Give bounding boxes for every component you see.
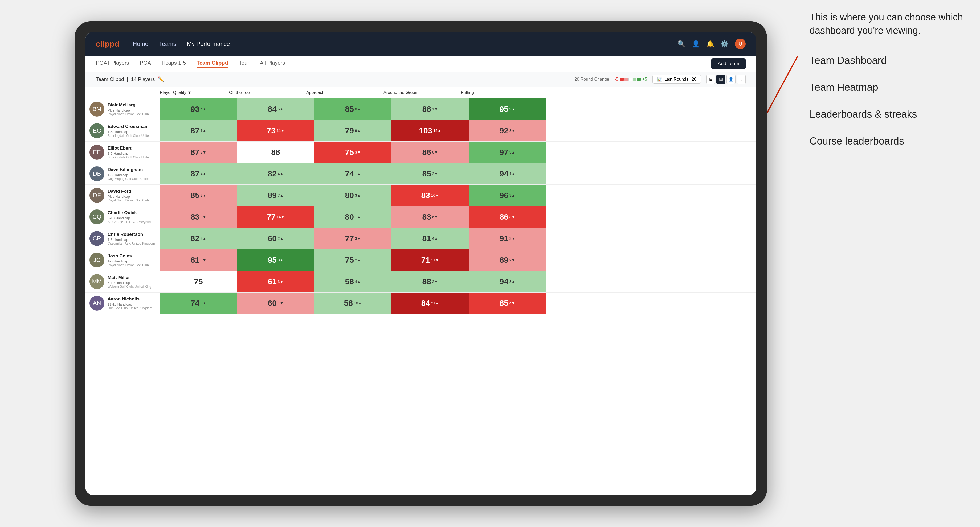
team-title: Team Clippd | 14 Players ✏️ [96,76,575,82]
stat-value: 85 [422,169,431,178]
stat-value: 92 [499,126,508,135]
arrow-up-icon [512,107,515,111]
player-handicap: 6-10 Handicap [108,281,156,285]
col-header-tee: Off the Tee — [229,90,306,95]
nav-link-home[interactable]: Home [133,40,148,48]
stat-change: 3 [278,279,284,284]
player-info[interactable]: DBDave Billingham1-5 HandicapGog Magog G… [85,163,160,184]
sub-nav-link-tour[interactable]: Tour [239,60,249,68]
arrow-up-icon [203,237,206,241]
player-details: Dave Billingham1-5 HandicapGog Magog Gol… [108,167,156,181]
sub-nav-link-pga[interactable]: PGA [140,60,151,68]
download-button[interactable]: ↓ [737,75,746,84]
player-rows-container: BMBlair McHargPlus HandicapRoyal North D… [85,98,756,314]
table-view-button[interactable]: ▦ [716,75,725,84]
arrow-up-icon [435,301,439,305]
nav-link-my-performance[interactable]: My Performance [187,40,230,48]
stat-change: 1 [278,301,284,305]
sub-nav-link-hcaps-1-5[interactable]: Hcaps 1-5 [162,60,186,68]
last-rounds-button[interactable]: 📊 Last Rounds: 20 [652,75,701,84]
stat-cells: 74860158108421854 [160,292,756,314]
stat-cell: 613 [237,271,314,292]
person-view-button[interactable]: 👤 [727,75,735,84]
stat-value: 97 [499,148,508,157]
player-handicap: 1-5 Handicap [108,238,156,242]
col-header-player: Player Quality ▼ [160,90,213,95]
annotation-area: This is where you can choose which dashb… [810,11,964,161]
user-avatar[interactable]: U [735,39,746,49]
arrow-up-icon [358,301,362,305]
player-club: Craigmillar Park, United Kingdom [108,242,156,245]
stat-change: 3 [509,237,515,241]
add-team-button[interactable]: Add Team [711,58,746,69]
stat-value: 74 [345,169,354,178]
stat-value: 60 [268,234,277,243]
stat-change: 4 [509,301,515,305]
arrow-up-icon [203,301,206,305]
stat-cell: 753 [314,141,391,163]
annotation-list: Team DashboardTeam HeatmapLeaderboards &… [810,54,964,149]
col-headers: Player Quality ▼ Off the Tee — Approach … [85,87,756,98]
sub-nav-link-team-clippd[interactable]: Team Clippd [197,60,228,68]
sub-nav-link-all-players[interactable]: All Players [260,60,285,68]
stat-value: 85 [190,191,199,200]
table-row: BMBlair McHargPlus HandicapRoyal North D… [85,98,756,120]
stat-cell: 975 [469,141,546,163]
nav-link-teams[interactable]: Teams [159,40,176,48]
grid-view-button[interactable]: ⊞ [706,75,715,84]
table-row: JCJosh Coles1-5 HandicapRoyal North Devo… [85,249,756,271]
stat-change: 3 [355,237,361,241]
arrow-up-icon [280,193,284,197]
stat-change: 6 [432,150,438,154]
player-info[interactable]: ANAaron Nicholls11-15 HandicapDrift Golf… [85,292,160,314]
settings-icon[interactable]: ⚙️ [721,40,729,48]
stat-change: 3 [200,150,206,154]
stat-cell: 801 [314,206,391,227]
stat-cell: 958 [237,249,314,271]
player-name: David Ford [108,189,156,194]
player-name: Aaron Nicholls [108,297,156,302]
player-info[interactable]: BMBlair McHargPlus HandicapRoyal North D… [85,98,160,120]
table-row: CQCharlie Quick6-10 HandicapSt. George's… [85,206,756,228]
stat-value: 77 [267,213,275,221]
tablet-frame: clippd HomeTeamsMy Performance 🔍 👤 🔔 ⚙️ … [75,21,767,506]
team-controls: 20 Round Change -5 +5 📊 Last Rounds: [575,75,746,84]
user-icon[interactable]: 👤 [692,40,700,48]
stat-change: 6 [278,107,284,111]
stat-change: 8 [509,215,515,219]
player-info[interactable]: CQCharlie Quick6-10 HandicapSt. George's… [85,206,160,227]
stat-cell: 866 [391,141,469,163]
stat-change: 4 [432,237,438,241]
arrow-down-icon [512,215,515,219]
arrow-down-icon [280,301,284,305]
stat-change: 3 [200,237,206,241]
stat-cell: 8310 [391,185,469,206]
stat-value: 71 [421,256,430,265]
stat-cell: 824 [237,163,314,184]
stat-value: 58 [345,277,354,286]
avatar: DF [89,188,104,203]
player-info[interactable]: MMMatt Miller6-10 HandicapWoburn Golf Cl… [85,271,160,292]
arrow-down-icon [281,129,285,133]
arrow-down-icon [281,215,285,219]
avatar: BM [89,102,104,117]
player-info[interactable]: CRChris Robertson1-5 HandicapCraigmillar… [85,228,160,249]
stat-value: 87 [190,148,199,157]
player-handicap: 11-15 Handicap [108,302,156,306]
arrow-down-icon [434,171,438,176]
player-details: Blair McHargPlus HandicapRoyal North Dev… [108,103,156,116]
player-info[interactable]: EEElliot Ebert1-5 HandicapSunningdale Go… [85,141,160,163]
stat-value: 91 [499,234,508,243]
player-info[interactable]: ECEdward Crossman1-5 HandicapSunningdale… [85,120,160,141]
player-info[interactable]: JCJosh Coles1-5 HandicapRoyal North Devo… [85,249,160,271]
stat-cell: 10315 [391,120,469,141]
player-handicap: 1-5 Handicap [108,259,156,263]
search-icon[interactable]: 🔍 [678,40,686,48]
sub-nav-link-pgat-players[interactable]: PGAT Players [96,60,129,68]
player-info[interactable]: DFDavid FordPlus HandicapRoyal North Dev… [85,185,160,206]
stat-change: 1 [509,171,515,176]
stat-cell: 741 [314,163,391,184]
bell-icon[interactable]: 🔔 [706,40,714,48]
stat-value: 79 [345,126,354,135]
player-club: Drift Golf Club, United Kingdom [108,306,156,310]
